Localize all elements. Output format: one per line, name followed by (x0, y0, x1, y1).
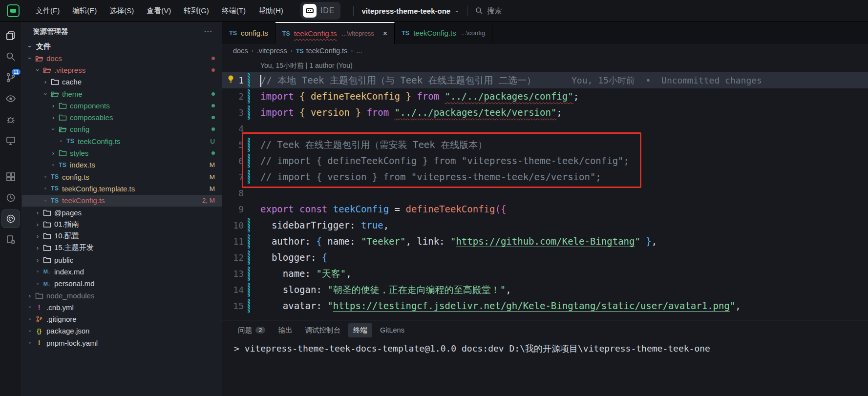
ide-badge[interactable]: IDE (300, 2, 341, 20)
tree-item-teekConfig.template.ts[interactable]: TSteekConfig.template.tsM (22, 183, 222, 194)
code-line-12[interactable]: 12 blogger: { (222, 250, 868, 266)
chevron-right-icon: › (49, 149, 57, 157)
editor-tab-1[interactable]: TSconfig.ts (222, 22, 275, 44)
tree-item-10.-[interactable]: ›10.配置 (22, 230, 222, 242)
code-line-11[interactable]: 11 author: { name: "Teeker", link: "http… (222, 233, 868, 250)
project-selector[interactable]: vitepress-theme-teek-one ⌄ (361, 7, 459, 15)
menu-item[interactable]: 选择(S) (103, 4, 140, 18)
tree-item-styles[interactable]: ›styles (22, 147, 222, 159)
menu-item[interactable]: 文件(F) (29, 4, 66, 18)
tree-item-pnpm-lock.yaml[interactable]: !pnpm-lock.yaml (22, 337, 222, 349)
menu-item[interactable]: 帮助(H) (252, 4, 290, 18)
tree-item-.vitepress[interactable]: ›.vitepress (22, 64, 222, 76)
chevron-down-icon: › (34, 66, 42, 74)
problems-count-badge: 2 (255, 327, 265, 333)
code-line-14[interactable]: 14 slogan: "朝圣的使徒，正在走向编程的至高殿堂！", (222, 282, 868, 298)
ai-assistant-icon[interactable] (2, 210, 20, 228)
tree-item-docs[interactable]: ›docs (22, 52, 222, 64)
tree-item-index.ts[interactable]: TSindex.tsM (22, 159, 222, 171)
folder-icon (34, 55, 44, 62)
code-line-1[interactable]: 1// 本地 Teek 主题包引用（与 Teek 在线主题包引用 二选一）You… (222, 72, 868, 88)
gutter-change-indicator (248, 267, 250, 281)
search-sidebar-icon[interactable] (2, 48, 20, 65)
code-line-4[interactable]: 4 (222, 121, 868, 137)
menu-item[interactable]: 编辑(E) (66, 4, 103, 18)
breadcrumb-item[interactable]: TSteekConfig.ts (296, 47, 348, 55)
settings-doc-icon[interactable] (2, 231, 20, 249)
activity-bar: 11 (0, 22, 22, 396)
tree-item-node_modules[interactable]: ›node_modules (22, 290, 222, 301)
tree-item-teekConfig.ts[interactable]: TSteekConfig.ts2, M (22, 195, 222, 207)
app-logo-icon (7, 4, 20, 17)
code-line-9[interactable]: 9export const teekConfig = defineTeekCon… (222, 201, 868, 217)
tree-item-label: index.md (54, 268, 84, 276)
tree-item-label: docs (46, 54, 62, 63)
tree-item-components[interactable]: ›components (22, 100, 222, 111)
editor-tab-2[interactable]: TSteekConfig.ts...\vitepress× (275, 22, 395, 44)
code-line-3[interactable]: 3import { version } from "../../packages… (222, 104, 868, 121)
chevron-right-icon: › (252, 47, 254, 54)
tree-item-label: @pages (54, 208, 82, 217)
sidebar-more-actions-button[interactable]: ⋯ (204, 26, 213, 37)
tree-item-public[interactable]: ›public (22, 254, 222, 266)
tree-item-01.-[interactable]: ›01.指南 (22, 218, 222, 230)
code-line-5[interactable]: 5// Teek 在线主题包引用（需安装 Teek 在线版本） (222, 137, 868, 153)
panel-tab-GitLens[interactable]: GitLens (375, 324, 409, 336)
source-control-icon[interactable]: 11 (2, 69, 20, 86)
workspace-section-header[interactable]: › 文件 (22, 41, 222, 52)
breadcrumb[interactable]: docs›.vitepress›TSteekConfig.ts›... (222, 44, 868, 58)
menu-item[interactable]: 查看(V) (140, 4, 177, 18)
code-line-15[interactable]: 15 avatar: "https://testingcf.jsdelivr.n… (222, 298, 868, 314)
remote-monitor-icon[interactable] (2, 132, 20, 149)
code-text: slogan: "朝圣的使徒，正在走向编程的至高殿堂！", (260, 282, 511, 298)
menu-item[interactable]: 终端(T) (215, 4, 252, 18)
breadcrumb-item[interactable]: docs (233, 47, 248, 55)
tree-item-.cnb.yml[interactable]: !.cnb.yml (22, 301, 222, 313)
folder-icon (42, 66, 52, 74)
tree-item-.gitignore[interactable]: .gitignore (22, 313, 222, 325)
panel-tab-终端[interactable]: 终端 (348, 323, 372, 337)
tree-item-label: pnpm-lock.yaml (46, 339, 98, 347)
ts-file-icon: TS (49, 173, 60, 180)
panel-tab-调试控制台[interactable]: 调试控制台 (300, 323, 345, 337)
extensions-icon[interactable] (2, 168, 20, 186)
code-line-6[interactable]: 6// import { defineTeekConfig } from "vi… (222, 153, 868, 169)
code-editor[interactable]: You, 15小时前 | 1 author (You) 1// 本地 Teek … (222, 58, 868, 320)
explorer-icon[interactable] (2, 27, 20, 44)
tree-item-personal.md[interactable]: M↓personal.md (22, 278, 222, 290)
menu-item[interactable]: 转到(G) (177, 4, 215, 18)
global-search[interactable]: 搜索 (475, 6, 502, 16)
tree-item-config[interactable]: ›config (22, 124, 222, 135)
code-line-7[interactable]: 7// import { version } from "vitepress-t… (222, 169, 868, 185)
editor-tab-3[interactable]: TSteekConfig.ts...\config (395, 22, 492, 44)
tree-item-index.md[interactable]: M↓index.md (22, 266, 222, 277)
close-icon[interactable]: × (383, 29, 387, 38)
panel-tab-输出[interactable]: 输出 (273, 323, 297, 337)
chevron-right-icon: › (34, 221, 42, 228)
title-bar: 文件(F)编辑(E)选择(S)查看(V)转到(G)终端(T)帮助(H) IDE … (0, 0, 868, 22)
breadcrumb-item[interactable]: .vitepress (257, 47, 287, 55)
breadcrumb-item[interactable]: ... (356, 47, 362, 55)
panel-tab-问题[interactable]: 问题2 (233, 323, 270, 337)
tree-item-@pages[interactable]: ›@pages (22, 207, 222, 218)
tree-item-15.-[interactable]: ›15.主题开发 (22, 242, 222, 254)
history-clock-icon[interactable] (2, 189, 20, 207)
tree-item-teekConfig.ts[interactable]: TSteekConfig.tsU (22, 135, 222, 147)
tree-item-label: node_modules (46, 292, 94, 300)
tree-item-package.json[interactable]: {}package.json (22, 325, 222, 337)
code-line-10[interactable]: 10 sidebarTrigger: true, (222, 217, 868, 233)
code-line-8[interactable]: 8 (222, 185, 868, 201)
debug-icon[interactable] (2, 111, 20, 128)
line-number: 9 (222, 201, 244, 217)
tree-item-composables[interactable]: ›composables (22, 111, 222, 123)
code-line-2[interactable]: 2import { defineTeekConfig } from "../..… (222, 88, 868, 104)
terminal-output[interactable]: > vitepress-theme-teek-docs-template@1.0… (222, 340, 868, 354)
code-text: name: "天客", (260, 266, 352, 282)
code-line-13[interactable]: 13 name: "天客", (222, 266, 868, 282)
tree-item-cache[interactable]: ›cache (22, 76, 222, 88)
tree-item-theme[interactable]: ›theme (22, 88, 222, 100)
tree-item-config.ts[interactable]: TSconfig.tsM (22, 171, 222, 183)
preview-eye-icon[interactable] (2, 90, 20, 107)
codelens-annotation[interactable]: You, 15小时前 | 1 author (You) (222, 58, 868, 72)
line-gutter: 6 (222, 153, 260, 169)
